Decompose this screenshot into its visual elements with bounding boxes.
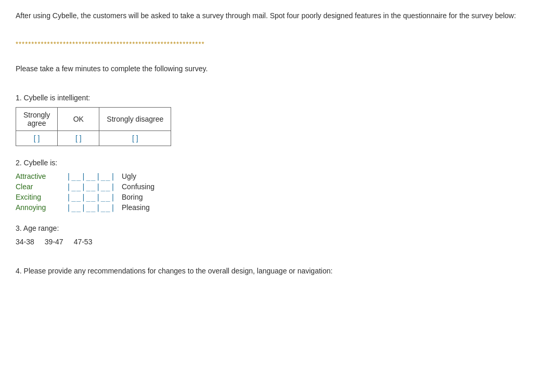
question-2-label: 2. Cybelle is: <box>16 159 538 167</box>
sem-right-pleasing: Pleasing <box>122 203 150 212</box>
question-3-label: 3. Age range: <box>16 224 538 232</box>
col-header-strongly-disagree: Strongly disagree <box>99 108 171 131</box>
sem-right-boring: Boring <box>122 193 143 201</box>
question-1-label: 1. Cybelle is intelligent: <box>16 94 538 102</box>
sem-scale-attractive[interactable]: |__|__|__| <box>62 172 120 180</box>
sem-left-exciting: Exciting <box>16 193 62 201</box>
intro-text: After using Cybelle, the customers will … <box>16 10 538 21</box>
age-option-47-53[interactable]: 47-53 <box>74 238 93 246</box>
checkbox-ok[interactable]: [ ] <box>58 131 99 146</box>
question-4-label: 4. Please provide any recommendations fo… <box>16 267 538 275</box>
semantic-diff: Attractive |__|__|__| Ugly Clear |__|__|… <box>16 172 538 212</box>
age-option-39-47[interactable]: 39-47 <box>45 238 63 246</box>
semantic-row-clear: Clear |__|__|__| Confusing <box>16 182 538 191</box>
sem-right-confusing: Confusing <box>122 182 154 191</box>
sem-left-attractive: Attractive <box>16 172 62 180</box>
checkbox-strongly-disagree[interactable]: [ ] <box>99 131 171 146</box>
age-range-row: 34-38 39-47 47-53 <box>16 238 538 246</box>
semantic-row-annoying: Annoying |__|__|__| Pleasing <box>16 203 538 212</box>
sem-left-annoying: Annoying <box>16 203 62 212</box>
col-header-ok: OK <box>58 108 99 131</box>
sem-scale-clear[interactable]: |__|__|__| <box>62 182 120 191</box>
sem-scale-exciting[interactable]: |__|__|__| <box>62 193 120 201</box>
age-option-34-38[interactable]: 34-38 <box>16 238 34 246</box>
checkbox-strongly-agree[interactable]: [ ] <box>16 131 58 146</box>
question-3-block: 3. Age range: 34-38 39-47 47-53 <box>16 224 538 246</box>
question-4-block: 4. Please provide any recommendations fo… <box>16 267 538 275</box>
sem-left-clear: Clear <box>16 182 62 191</box>
survey-intro: Please take a few minutes to complete th… <box>16 64 538 73</box>
semantic-row-exciting: Exciting |__|__|__| Boring <box>16 193 538 201</box>
question-2-block: 2. Cybelle is: Attractive |__|__|__| Ugl… <box>16 159 538 212</box>
semantic-row-attractive: Attractive |__|__|__| Ugly <box>16 172 538 180</box>
col-header-strongly-agree: Stronglyagree <box>16 108 58 131</box>
question-1-table: Stronglyagree OK Strongly disagree [ ] [… <box>16 107 171 146</box>
question-1-block: 1. Cybelle is intelligent: Stronglyagree… <box>16 94 538 146</box>
sem-right-ugly: Ugly <box>122 172 136 180</box>
divider-stars: ****************************************… <box>16 40 538 48</box>
sem-scale-annoying[interactable]: |__|__|__| <box>62 203 120 212</box>
